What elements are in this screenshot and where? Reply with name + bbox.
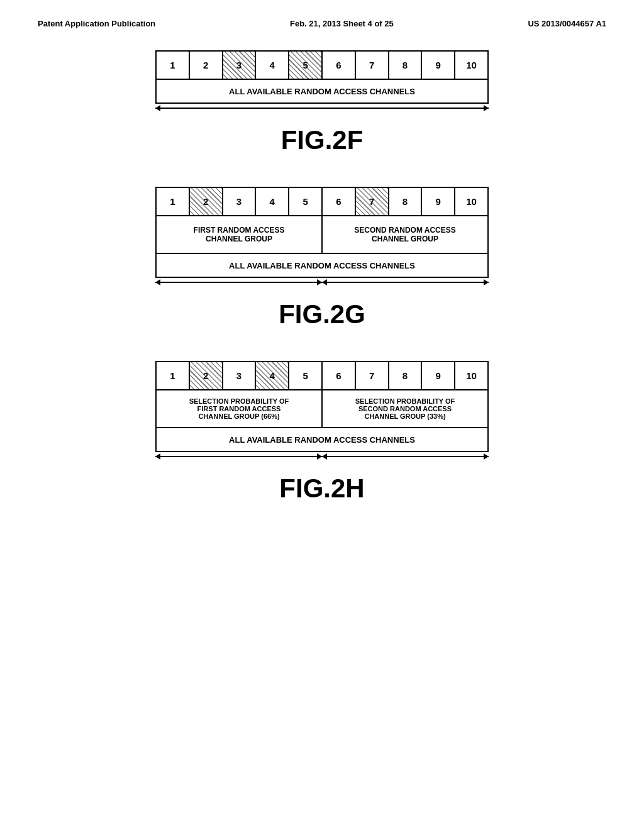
page: Patent Application Publication Feb. 21, … [0, 0, 644, 830]
fig2f-ch2: 2 [189, 51, 223, 79]
fig2f-all-label: ALL AVAILABLE RANDOM ACCESS CHANNELS [156, 79, 488, 103]
fig2h-all-label: ALL AVAILABLE RANDOM ACCESS CHANNELS [156, 428, 488, 451]
fig2h-ch3: 3 [223, 362, 256, 390]
fig2h-group2-label: SELECTION PROBABILITY OFSECOND RANDOM AC… [322, 390, 488, 428]
fig2f-ch4: 4 [255, 51, 289, 79]
fig2g-group1-label: FIRST RANDOM ACCESSCHANNEL GROUP [156, 216, 322, 253]
fig2f-ch9: 9 [421, 51, 455, 79]
fig2g-channel-row: 1 2 3 4 5 6 7 8 9 10 [156, 187, 488, 216]
patent-header: Patent Application Publication Feb. 21, … [38, 19, 606, 31]
fig2f-ch1: 1 [156, 51, 189, 79]
fig2h-ch9: 9 [421, 362, 455, 390]
header-center: Feb. 21, 2013 Sheet 4 of 25 [290, 19, 394, 28]
fig2g-section: 1 2 3 4 5 6 7 8 9 10 FIRST RANDOM ACCESS… [38, 187, 606, 336]
fig2g-all-label: ALL AVAILABLE RANDOM ACCESS CHANNELS [156, 253, 488, 277]
fig2f-table: 1 2 3 4 5 6 7 8 9 10 ALL AVAILABLE RANDO… [155, 50, 489, 104]
fig2g-group-row: FIRST RANDOM ACCESSCHANNEL GROUP SECOND … [156, 216, 488, 253]
fig2h-ch8: 8 [389, 362, 422, 390]
fig2g-ch9: 9 [421, 187, 455, 216]
fig2g-ch7: 7 [355, 187, 389, 216]
fig2g-group2-label: SECOND RANDOM ACCESSCHANNEL GROUP [322, 216, 488, 253]
fig2g-ch1: 1 [156, 187, 189, 216]
fig2h-group-row: SELECTION PROBABILITY OFFIRST RANDOM ACC… [156, 390, 488, 428]
fig2f-caption: FIG.2F [281, 125, 364, 155]
fig2h-section: 1 2 3 4 5 6 7 8 9 10 SELECTION PROBABILI… [38, 361, 606, 510]
fig2f-ch3: 3 [223, 51, 256, 79]
fig2h-table: 1 2 3 4 5 6 7 8 9 10 SELECTION PROBABILI… [155, 361, 489, 452]
fig2g-ch5: 5 [289, 187, 322, 216]
fig2f-label-row: ALL AVAILABLE RANDOM ACCESS CHANNELS [156, 79, 488, 103]
fig2f-ch8: 8 [389, 51, 422, 79]
fig2h-ch7: 7 [355, 362, 389, 390]
header-left: Patent Application Publication [38, 19, 155, 28]
fig2h-ch2: 2 [189, 362, 223, 390]
fig2f-section: 1 2 3 4 5 6 7 8 9 10 ALL AVAILABLE RANDO… [38, 50, 606, 162]
fig2g-ch6: 6 [322, 187, 355, 216]
header-right: US 2013/0044657 A1 [528, 19, 606, 28]
fig2f-diagram: 1 2 3 4 5 6 7 8 9 10 ALL AVAILABLE RANDO… [155, 50, 489, 114]
fig2g-arrow-right [322, 282, 489, 283]
fig2f-arrow-line [155, 108, 489, 109]
fig2h-label-row: ALL AVAILABLE RANDOM ACCESS CHANNELS [156, 428, 488, 451]
fig2h-group1-label: SELECTION PROBABILITY OFFIRST RANDOM ACC… [156, 390, 322, 428]
fig2f-ch7: 7 [355, 51, 389, 79]
fig2g-ch10: 10 [455, 187, 488, 216]
fig2h-arrow-right [322, 456, 489, 457]
fig2g-ch2: 2 [189, 187, 223, 216]
fig2g-ch3: 3 [223, 187, 256, 216]
fig2g-caption: FIG.2G [279, 299, 365, 329]
fig2f-channel-row: 1 2 3 4 5 6 7 8 9 10 [156, 51, 488, 79]
fig2g-diagram: 1 2 3 4 5 6 7 8 9 10 FIRST RANDOM ACCESS… [155, 187, 489, 288]
fig2h-arrow-left [155, 456, 322, 457]
fig2g-label-row: ALL AVAILABLE RANDOM ACCESS CHANNELS [156, 253, 488, 277]
fig2g-table: 1 2 3 4 5 6 7 8 9 10 FIRST RANDOM ACCESS… [155, 187, 489, 278]
fig2g-arrows [155, 277, 489, 288]
fig2h-ch1: 1 [156, 362, 189, 390]
fig2g-arrow-left [155, 282, 322, 283]
fig2f-ch6: 6 [322, 51, 355, 79]
fig2h-channel-row: 1 2 3 4 5 6 7 8 9 10 [156, 362, 488, 390]
fig2h-caption: FIG.2H [279, 473, 364, 504]
fig2h-ch4: 4 [255, 362, 289, 390]
fig2f-ch10: 10 [455, 51, 488, 79]
fig2h-diagram: 1 2 3 4 5 6 7 8 9 10 SELECTION PROBABILI… [155, 361, 489, 462]
fig2g-ch8: 8 [389, 187, 422, 216]
fig2h-arrows [155, 451, 489, 462]
fig2h-ch10: 10 [455, 362, 488, 390]
fig2h-ch5: 5 [289, 362, 322, 390]
fig2f-ch5: 5 [289, 51, 322, 79]
fig2g-ch4: 4 [255, 187, 289, 216]
fig2f-arrow [155, 102, 489, 114]
fig2h-ch6: 6 [322, 362, 355, 390]
